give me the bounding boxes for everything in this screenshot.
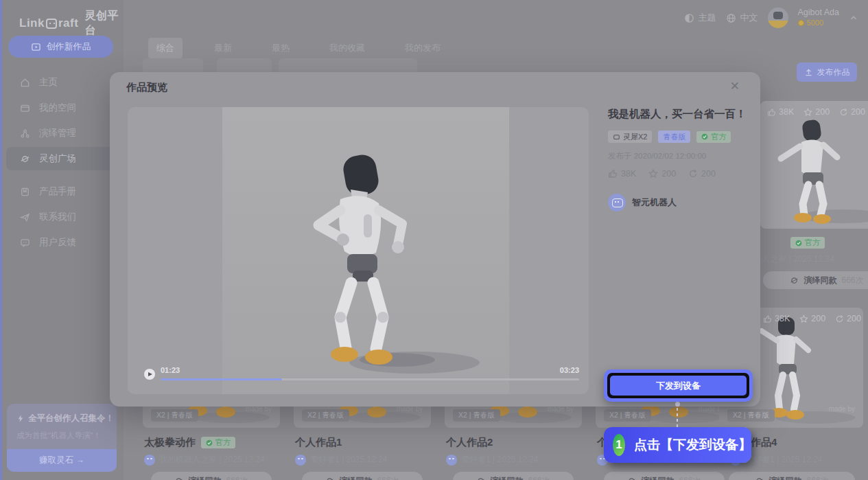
nav-gap	[2, 172, 124, 178]
progress-bar[interactable]	[161, 378, 579, 380]
work-author[interactable]: 智元机器人	[608, 194, 749, 212]
model-tag: 灵犀X2	[608, 130, 652, 143]
model-badge: X2 | 青春版	[151, 409, 198, 422]
book-icon	[20, 187, 30, 197]
tab-hottest[interactable]: 最热	[263, 38, 298, 58]
theme-icon	[684, 13, 694, 23]
replay-label: 演绎同款	[804, 275, 836, 286]
theme-toggle[interactable]: 主题	[684, 12, 716, 24]
shares-stat[interactable]: 200	[839, 107, 865, 117]
sidebar-item-label: 用户反馈	[39, 236, 76, 249]
author-avatar-icon	[295, 455, 306, 466]
creator-promo-card: 全平台创作人召集令！ 成为首批"机器人导演"！ 赚取灵石 →	[7, 404, 117, 472]
shares-stat[interactable]: 200	[688, 169, 716, 179]
chevron-up-icon[interactable]	[849, 13, 858, 23]
official-tag: 官方	[201, 437, 235, 448]
share-redo-icon	[839, 108, 848, 117]
replay-same-button[interactable]: 演绎同款 666次	[151, 472, 272, 480]
replay-icon	[790, 276, 799, 285]
model-badge: X2 | 青春版	[604, 409, 651, 422]
likes-stat[interactable]: 38K	[763, 314, 790, 323]
sidebar-item-lingchuang-square[interactable]: 灵创广场	[6, 147, 119, 170]
nodes-icon	[20, 128, 30, 139]
official-check-icon	[795, 240, 802, 247]
share-redo-icon	[835, 315, 844, 323]
star-icon	[648, 169, 658, 179]
edition-tag: 青春版	[658, 130, 690, 143]
card-author-text: 人之家 | 2025.12.24	[762, 253, 834, 265]
replay-icon	[174, 477, 183, 480]
sidebar-item-label: 联系我们	[39, 211, 76, 223]
tab-comprehensive[interactable]: 综合	[148, 38, 183, 58]
modal-title: 作品预览	[126, 81, 167, 94]
upload-icon	[804, 68, 813, 77]
card-author: 我的机器人之家 | 2025.12.24	[143, 454, 280, 466]
replay-same-button[interactable]: 演绎同款 666次	[604, 472, 725, 480]
card-author-text: 爱好者1 | 2025.12.24	[310, 454, 388, 466]
coin-count: 5000	[807, 19, 823, 27]
promo-title: 全平台创作人召集令！	[28, 413, 114, 424]
made-by-watermark: made by	[829, 405, 855, 413]
user-block: Agibot Ada 5000	[798, 8, 839, 27]
stars-stat[interactable]: 200	[799, 314, 825, 323]
replay-same-button[interactable]: 演绎同款 666次	[763, 271, 868, 289]
replay-same-button[interactable]: 演绎同款 666次	[302, 472, 423, 480]
theme-label: 主题	[699, 12, 716, 24]
replay-icon	[755, 477, 764, 480]
video-frame	[222, 107, 509, 394]
earn-lingshi-button[interactable]: 赚取灵石 →	[7, 449, 117, 472]
chat-bubble-icon	[20, 238, 30, 248]
app-logo: Linkraft 灵创平台	[19, 9, 124, 38]
progress-fill	[161, 378, 282, 380]
sidebar-item-contact-us[interactable]: 联系我们	[6, 205, 119, 229]
replay-count: 666次	[377, 475, 399, 480]
tab-my-favorites[interactable]: 我的收藏	[321, 38, 373, 58]
user-avatar[interactable]	[768, 8, 788, 28]
total-time: 03:23	[560, 366, 579, 374]
app-window: Linkraft 灵创平台 创作新作品 主页 我的空间 演绎管理 灵创广场	[0, 0, 868, 480]
likes-stat[interactable]: 38K	[767, 107, 794, 117]
sidebar-item-label: 演绎管理	[39, 127, 76, 139]
send-to-device-button[interactable]: 下发到设备	[610, 376, 747, 396]
create-video-icon	[31, 42, 41, 52]
logo-monitor-icon	[46, 19, 57, 29]
play-button[interactable]	[144, 369, 155, 380]
official-tag: 官方	[790, 237, 825, 249]
shares-stat[interactable]: 200	[835, 314, 861, 323]
stars-stat[interactable]: 200	[648, 169, 676, 179]
shares-count: 200	[847, 314, 861, 323]
star-icon	[804, 108, 812, 117]
card-author: 爱好者1 | 2025.12.24	[294, 454, 431, 466]
card-stats: 38K 200 200	[763, 314, 861, 323]
replay-same-button[interactable]: 演绎同款 666次	[729, 472, 855, 480]
stars-stat[interactable]: 200	[804, 107, 830, 117]
feed-tabs: 综合 最新 最热 我的收藏 我的发布	[148, 38, 449, 58]
sidebar-item-performance-management[interactable]: 演绎管理	[6, 122, 119, 145]
topbar-right: 主题 中文 Agibot Ada 5000	[684, 5, 858, 30]
tutorial-connector-line	[677, 408, 678, 427]
sidebar-item-my-space[interactable]: 我的空间	[6, 96, 119, 119]
language-switcher[interactable]: 中文	[726, 12, 758, 24]
likes-count: 38K	[775, 314, 790, 323]
tutorial-step-text: 点击【下发到设备】	[634, 436, 751, 454]
likes-stat[interactable]: 38K	[608, 169, 636, 179]
tab-latest[interactable]: 最新	[206, 38, 240, 58]
promo-subtitle: 成为首批"机器人导演"！	[16, 431, 117, 441]
globe-icon	[726, 13, 736, 23]
grid-card-right-top[interactable]: 38K 200 200 官方 人之家 | 2025.12.24 演绎同款 666…	[760, 101, 868, 289]
sidebar-item-user-feedback[interactable]: 用户反馈	[6, 231, 119, 254]
replay-same-button[interactable]: 演绎同款 666次	[453, 472, 574, 480]
create-new-work-button[interactable]: 创作新作品	[8, 36, 113, 58]
model-badge: X2 | 青春版	[302, 409, 349, 422]
sidebar: Linkraft 灵创平台 创作新作品 主页 我的空间 演绎管理 灵创广场	[2, 0, 124, 480]
sidebar-item-product-manual[interactable]: 产品手册	[6, 180, 119, 203]
thumb-up-icon	[763, 315, 772, 323]
shares-count: 200	[851, 107, 865, 117]
close-icon[interactable]: ✕	[730, 79, 740, 93]
thumb-up-icon	[767, 108, 776, 117]
publish-work-button[interactable]: 发布作品	[797, 62, 857, 82]
tab-my-posts[interactable]: 我的发布	[397, 38, 449, 58]
stars-count: 200	[661, 169, 676, 179]
user-coins: 5000	[798, 19, 839, 27]
sidebar-item-home[interactable]: 主页	[6, 71, 119, 94]
